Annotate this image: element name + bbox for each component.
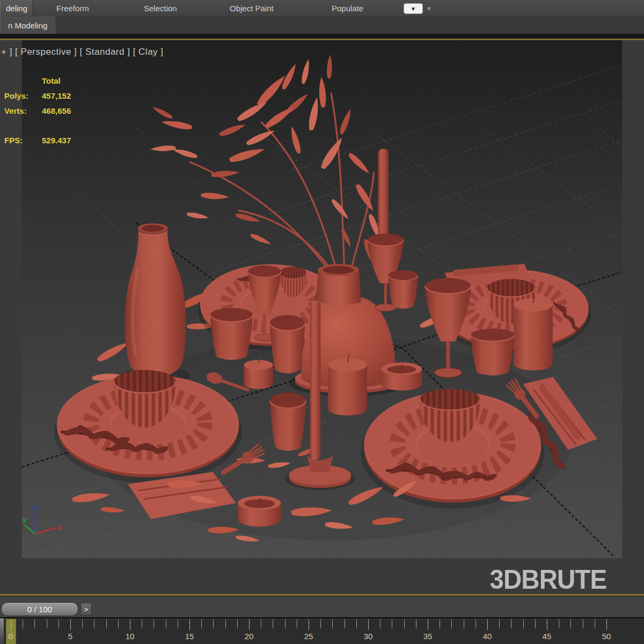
clay-tumbler-left[interactable] bbox=[210, 308, 253, 360]
ruler-tick bbox=[153, 619, 154, 628]
ruler-tick bbox=[416, 619, 416, 628]
panel-tab-polygon-modeling[interactable]: n Modeling bbox=[0, 17, 55, 34]
ruler-tick bbox=[559, 619, 559, 628]
ribbon-tab-modeling[interactable]: deling bbox=[0, 0, 33, 16]
time-slider-frame-indicator[interactable]: 0 / 100 bbox=[1, 602, 78, 616]
ruler-tick bbox=[34, 619, 35, 628]
stats-polys-label: Polys: bbox=[4, 91, 28, 100]
ruler-frame-label: 10 bbox=[126, 632, 135, 641]
clay-tumbler-right[interactable] bbox=[471, 328, 515, 375]
stats-verts-label: Verts: bbox=[4, 106, 27, 115]
tea-light-right[interactable] bbox=[381, 362, 422, 390]
ruler-frame-label: 0 bbox=[9, 632, 13, 641]
stats-fps-label: FPS: bbox=[4, 136, 23, 145]
ruler-tick bbox=[464, 619, 464, 628]
axis-z-label: Z bbox=[33, 503, 37, 511]
ruler-frame-label: 30 bbox=[364, 632, 373, 641]
ribbon-minimize-button[interactable]: ▼ bbox=[404, 3, 423, 14]
ruler-tick bbox=[356, 619, 357, 628]
stats-verts-value: 468,656 bbox=[42, 106, 71, 115]
ruler-tick bbox=[189, 619, 190, 630]
ruler-tick bbox=[213, 619, 214, 628]
ruler-tick bbox=[606, 619, 607, 630]
ribbon-tab-bar: deling Freeform Selection Object Paint P… bbox=[0, 0, 644, 17]
ruler-tick bbox=[404, 619, 405, 628]
ruler-tick bbox=[511, 619, 511, 628]
axis-x-label: X bbox=[58, 524, 63, 532]
ruler-tick bbox=[225, 619, 226, 628]
ruler-tick bbox=[237, 619, 238, 628]
ruler-tick bbox=[368, 619, 369, 630]
viewport-canvas[interactable]: Z Y X bbox=[0, 40, 644, 594]
ruler-tick bbox=[428, 619, 428, 630]
ruler-tick bbox=[570, 619, 571, 628]
3dbrute-watermark: 3DBRUTE bbox=[489, 564, 606, 595]
ruler-tick bbox=[178, 619, 178, 628]
timeline-bar: 0 / 100 > bbox=[0, 596, 644, 618]
ruler-tick bbox=[106, 619, 107, 628]
ruler-tick bbox=[320, 619, 321, 628]
ruler-tick bbox=[285, 619, 286, 628]
ruler-tick bbox=[142, 619, 142, 628]
ruler-tick bbox=[130, 619, 130, 630]
ruler-tick bbox=[451, 619, 452, 628]
ruler-tick bbox=[535, 619, 536, 628]
timeline-ruler[interactable]: 05101520253035404550 bbox=[0, 617, 644, 644]
ruler-tick bbox=[332, 619, 333, 628]
stats-polys-value: 457,152 bbox=[42, 91, 71, 100]
ruler-tick bbox=[487, 619, 488, 630]
ruler-tick bbox=[583, 619, 583, 628]
clay-tumbler-back[interactable] bbox=[388, 270, 418, 309]
next-frame-button[interactable]: > bbox=[80, 603, 92, 616]
pillar-candle-right[interactable] bbox=[514, 296, 553, 370]
pillar-candle-center[interactable] bbox=[328, 354, 367, 416]
ruler-tick bbox=[201, 619, 202, 628]
ruler-frame-label: 20 bbox=[245, 632, 254, 641]
stats-total-label: Total bbox=[42, 76, 61, 85]
ribbon-tab-freeform[interactable]: Freeform bbox=[56, 0, 89, 16]
3ds-max-window: deling Freeform Selection Object Paint P… bbox=[0, 0, 644, 644]
ribbon-tab-object-paint[interactable]: Object Paint bbox=[230, 0, 274, 16]
ruler-tick bbox=[58, 619, 59, 628]
ruler-tick bbox=[523, 619, 524, 628]
ruler-tick bbox=[547, 619, 547, 630]
ruler-tick bbox=[11, 619, 11, 630]
ruler-frame-label: 40 bbox=[483, 632, 492, 641]
ribbon-panel-strip: n Modeling bbox=[0, 16, 644, 34]
ruler-tick bbox=[440, 619, 440, 628]
ruler-tick bbox=[345, 619, 345, 628]
ruler-tick bbox=[380, 619, 380, 628]
tea-light-front[interactable] bbox=[238, 496, 281, 526]
ruler-tick bbox=[595, 619, 595, 628]
axis-y-label: Y bbox=[22, 517, 27, 525]
ruler-frame-label: 45 bbox=[543, 632, 552, 641]
ruler-tick bbox=[309, 619, 309, 630]
stats-fps-value: 529.437 bbox=[42, 136, 71, 145]
ruler-frame-label: 35 bbox=[423, 632, 433, 641]
ruler-tick bbox=[273, 619, 273, 628]
ruler-tick bbox=[47, 619, 47, 628]
ruler-tick bbox=[118, 619, 119, 628]
clay-tumbler-mid[interactable] bbox=[270, 315, 305, 374]
ruler-frame-label: 50 bbox=[602, 632, 611, 641]
ribbon-tab-selection[interactable]: Selection bbox=[144, 0, 177, 16]
ruler-tick bbox=[94, 619, 94, 628]
ruler-tick bbox=[82, 619, 83, 628]
ruler-frame-label: 5 bbox=[68, 632, 72, 641]
ruler-frame-label: 25 bbox=[304, 632, 313, 641]
votive-candle[interactable] bbox=[244, 357, 273, 389]
ruler-tick bbox=[261, 619, 261, 628]
ruler-tick bbox=[499, 619, 500, 628]
ruler-tick bbox=[392, 619, 392, 628]
ribbon-tab-populate[interactable]: Populate bbox=[332, 0, 363, 16]
ribbon-overflow-caret-icon[interactable]: ▼ bbox=[426, 5, 432, 12]
ruler-tick bbox=[249, 619, 250, 630]
ruler-tick bbox=[297, 619, 297, 628]
ruler-tick bbox=[23, 619, 23, 628]
ruler-left-cap bbox=[0, 618, 4, 644]
viewport-header-label[interactable]: + ] [ Perspective ] [ Standard ] [ Clay … bbox=[1, 47, 164, 57]
ruler-tick bbox=[475, 619, 476, 628]
clay-tumbler-front[interactable] bbox=[270, 393, 306, 451]
ruler-tick bbox=[70, 619, 71, 630]
ribbon-viewport-divider bbox=[0, 34, 644, 39]
